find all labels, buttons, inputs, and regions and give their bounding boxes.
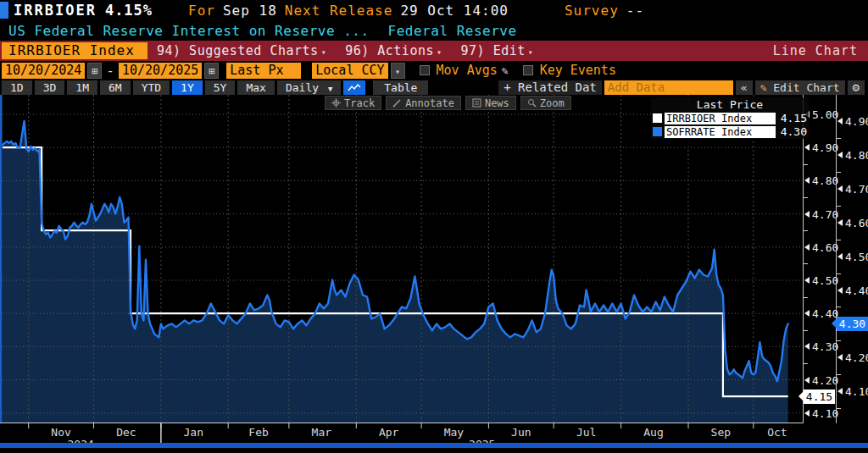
y-tick-minor [804, 230, 808, 231]
menu-items: 94) Suggested Charts▾96) Actions▾97) Edi… [147, 43, 542, 58]
period-select[interactable]: Daily ▼ [277, 80, 341, 95]
range-tab-1y[interactable]: 1Y [172, 80, 203, 95]
y-tick-label: 4.30 [812, 340, 838, 353]
date-from-input[interactable]: 10/20/2024 [2, 63, 85, 79]
y-tick-minor [804, 363, 808, 364]
security-input[interactable]: IRRBIOER Index [2, 42, 147, 59]
ticker-symbol: IRRBIOER [14, 2, 97, 19]
next-release-value: 29 Oct 14:00 [400, 3, 509, 19]
chevron-down-icon: ▾ [437, 47, 442, 57]
range-tab-ytd[interactable]: YTD [133, 80, 170, 95]
chart-toolbar: TrackAnnotateNewsZoom [325, 96, 571, 110]
annotate-button[interactable]: Annotate [386, 96, 461, 110]
y-tick-arrow [804, 177, 810, 184]
menu-item-2[interactable]: 96) Actions▾ [336, 43, 451, 58]
x-axis-month-label: Sep [702, 426, 739, 439]
legend-row-2[interactable]: SOFRRATE Index (R2)4.30 [653, 125, 807, 138]
x-axis-month-label: May [435, 426, 472, 439]
x-axis-month-label: Jan [175, 426, 212, 439]
key-events-label[interactable]: Key Events [540, 63, 616, 78]
add-data-input[interactable] [604, 80, 733, 95]
date-to-input[interactable]: 10/20/2025 [119, 63, 202, 79]
x-axis-month-label: Mar [303, 426, 340, 439]
chevron-down-icon[interactable]: ▾ [391, 63, 405, 79]
security-description-link[interactable]: US Federal Reserve Interest on Reserve .… [8, 23, 370, 39]
last-price-bubble-sofrrate: 4.30 [837, 317, 868, 331]
range-tab-6m[interactable]: 6M [100, 80, 131, 95]
calendar-icon[interactable]: ⊞ [87, 63, 102, 79]
track-button[interactable]: Track [325, 96, 381, 110]
menu-item-label: 94) Suggested Charts [157, 43, 319, 58]
line-chart-icon[interactable] [343, 80, 365, 95]
y-tick-minor [837, 240, 841, 240]
zoom-button[interactable]: Zoom [520, 96, 571, 110]
x-axis-month-label: Nov [42, 426, 80, 439]
menu-item-3[interactable]: 97) Edit▾ [452, 43, 543, 58]
chevron-down-icon: ▾ [321, 47, 327, 57]
chart-area: 5.004.904.804.704.604.504.404.304.204.10… [0, 95, 868, 448]
y-tick-minor [837, 340, 841, 341]
window-corner-tab[interactable] [0, 2, 8, 19]
x-axis-month-label: Feb [240, 426, 277, 439]
edit-chart-button[interactable]: ✎ Edit Chart [755, 80, 845, 95]
x-axis-month-label: Jun [503, 426, 540, 439]
key-events-checkbox[interactable] [523, 65, 533, 75]
legend-title: Last Price [653, 98, 807, 111]
y-tick-label: 4.90 [812, 141, 838, 154]
magnifier-icon [527, 98, 537, 108]
chart-type-label: Line Chart [773, 43, 863, 58]
menu-item-label: 97) Edit [461, 43, 526, 58]
chevron-down-icon: ▾ [528, 47, 534, 57]
edit-chart-label: Edit Chart [773, 81, 839, 94]
x-axis-month-label: Dec [108, 426, 145, 439]
mov-avgs-checkbox[interactable] [420, 65, 430, 75]
range-tab-5y[interactable]: 5Y [205, 80, 236, 95]
y-tick-label: 4.80 [812, 174, 838, 187]
related-data-button[interactable]: + Related Dat [498, 80, 602, 95]
y-tick-label: 4.10 [812, 406, 838, 419]
y-axis-r2: 4.904.804.704.604.504.404.304.204.10 [836, 95, 868, 423]
collapse-button[interactable]: « [736, 80, 753, 95]
y-tick-label: 4.90 [845, 115, 868, 128]
calendar-icon[interactable]: ⊞ [204, 63, 219, 79]
table-tab[interactable]: Table [373, 80, 428, 95]
title-bar: IRRBIOER 4.15% For Sep 18 Next Release 2… [0, 0, 868, 20]
y-tick-minor [837, 172, 841, 173]
y-tick-minor [837, 206, 841, 207]
chevron-down-icon: ▼ [328, 85, 332, 93]
range-tab-max[interactable]: Max [237, 80, 274, 95]
button-label: Track [344, 97, 375, 109]
price-type-select[interactable]: Last Px [226, 63, 301, 79]
y-tick-label: 4.70 [845, 182, 868, 195]
pencil-icon [392, 98, 402, 108]
range-tab-3d[interactable]: 3D [35, 80, 65, 95]
menu-item-1[interactable]: 94) Suggested Charts▾ [147, 43, 336, 58]
description-bar: US Federal Reserve Interest on Reserve .… [0, 20, 868, 41]
window-bottom-border [0, 443, 868, 448]
y-tick-arrow [837, 253, 843, 260]
y-tick-label: 5.00 [812, 108, 838, 121]
gear-icon[interactable]: ⚙ [848, 80, 865, 95]
y-tick-arrow [804, 277, 810, 284]
issuer-link[interactable]: Federal Reserve [388, 23, 517, 39]
currency-select[interactable]: Local CCY [312, 63, 387, 79]
range-tab-1d[interactable]: 1D [2, 80, 32, 95]
next-release-label: Next Release [285, 3, 393, 19]
y-tick-arrow [837, 388, 843, 395]
y-tick-minor [837, 408, 841, 409]
legend-row-1[interactable]: IRRBIOER Index (R1)4.15 [653, 112, 807, 124]
news-button[interactable]: News [465, 96, 516, 110]
y-tick-minor [837, 307, 841, 307]
pencil-icon[interactable]: ✎ [502, 64, 509, 77]
pencil-icon: ✎ [760, 81, 767, 94]
series-name: IRRBIOER Index (R1) [665, 113, 776, 124]
button-label: Zoom [540, 97, 565, 109]
y-tick-arrow [837, 152, 843, 158]
mov-avgs-label[interactable]: Mov Avgs [437, 63, 498, 78]
for-date: Sep 18 [223, 3, 277, 19]
range-tabs-bar: 1D3D1M6MYTD1Y5YMax Daily ▼ Table + Relat… [0, 80, 868, 95]
range-tab-1m[interactable]: 1M [67, 80, 97, 95]
y-tick-arrow [804, 343, 810, 350]
x-axis-month-label: Aug [635, 426, 672, 439]
y-tick-label: 4.20 [812, 373, 838, 386]
